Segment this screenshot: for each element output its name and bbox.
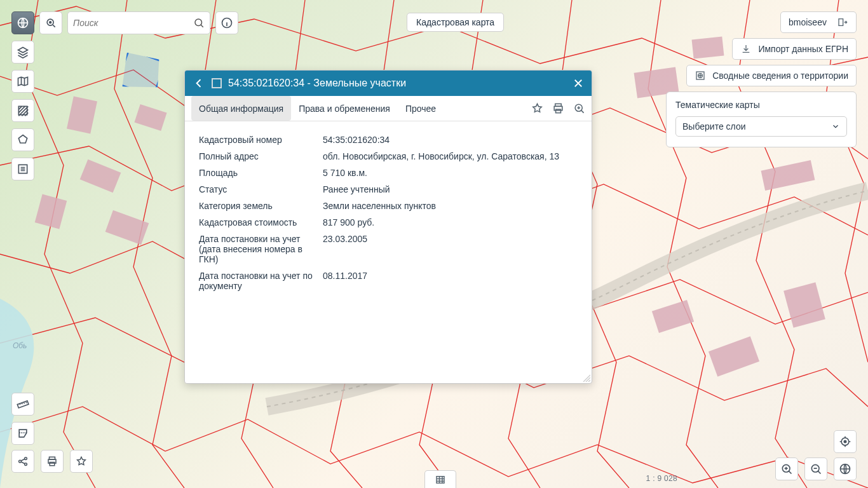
svg-rect-2 [80, 159, 121, 193]
zoom-out-icon[interactable] [804, 458, 827, 480]
field-key: Статус [196, 181, 320, 198]
svg-rect-1 [134, 104, 166, 131]
import-egrn-label: Импорт данных ЕГРН [758, 44, 848, 54]
table-row: Полный адресобл. Новосибирская, г. Новос… [196, 148, 580, 165]
svg-text:Обь: Обь [13, 341, 27, 350]
svg-point-14 [50, 22, 51, 24]
resize-handle[interactable] [581, 373, 590, 382]
svg-rect-4 [105, 210, 149, 245]
back-icon[interactable] [193, 77, 205, 90]
locate-button-wrapper [834, 430, 857, 453]
svg-rect-3 [35, 194, 67, 229]
table-row: Дата постановки на учет по документу08.1… [196, 268, 580, 294]
chevron-down-icon [831, 122, 840, 131]
svg-rect-0 [67, 97, 97, 134]
svg-rect-19 [17, 401, 29, 408]
tab-other-label: Прочее [405, 104, 436, 114]
print-icon[interactable] [41, 450, 64, 473]
object-info-popup: 54:35:021620:34 - Земельные участки Обща… [184, 70, 592, 384]
tooltip-cadastral-map: Кадастровая карта [407, 13, 504, 32]
area-measure-icon[interactable] [11, 422, 34, 445]
table-row: Кадастровый номер54:35:021620:34 [196, 132, 580, 148]
import-egrn-button[interactable]: Импорт данных ЕГРН [732, 38, 857, 60]
table-row: Площадь5 710 кв.м. [196, 165, 580, 181]
svg-rect-33 [437, 476, 444, 483]
field-key: Категория земель [196, 198, 320, 214]
field-value: 817 900 руб. [320, 214, 580, 231]
map-icon[interactable] [11, 70, 34, 93]
field-value: 54:35:021620:34 [320, 132, 580, 148]
search-input-wrapper [67, 11, 210, 34]
field-value: Ранее учтенный [320, 181, 580, 198]
search-target-icon[interactable] [39, 11, 62, 34]
list-icon[interactable] [11, 158, 34, 180]
info-table: Кадастровый номер54:35:021620:34Полный а… [196, 132, 580, 294]
hatch-icon[interactable] [11, 99, 34, 122]
ruler-icon[interactable] [11, 393, 34, 416]
field-key: Дата постановки на учет по документу [196, 268, 320, 294]
top-left-toolbar [11, 11, 238, 34]
svg-rect-8 [652, 300, 694, 333]
right-panel-stack: bmoiseev Импорт данных ЕГРН Сводные свед… [666, 11, 857, 147]
popup-tabs: Общая информация Права и обременения Про… [185, 96, 592, 121]
svg-point-35 [844, 440, 846, 442]
table-icon [435, 474, 446, 485]
search-icon[interactable] [193, 17, 205, 29]
logout-icon [837, 17, 848, 27]
share-icon[interactable] [11, 450, 34, 473]
scale-label: 1 : 9 028 [646, 474, 677, 483]
svg-point-15 [195, 19, 202, 26]
info-icon[interactable] [215, 11, 238, 34]
field-value: 08.11.2017 [320, 268, 580, 294]
bottom-table-toggle[interactable] [424, 470, 456, 488]
tab-other[interactable]: Прочее [398, 96, 444, 121]
close-icon[interactable] [573, 78, 584, 89]
tab-general-label: Общая информация [199, 104, 283, 114]
thematic-title: Тематические карты [675, 100, 847, 110]
table-row: Кадастровая стоимость817 900 руб. [196, 214, 580, 231]
field-value: Земли населенных пунктов [320, 198, 580, 214]
print-popup-icon[interactable] [552, 102, 564, 114]
zoom-to-icon[interactable] [573, 102, 585, 114]
left-tool-column [11, 41, 34, 180]
search-input[interactable] [73, 18, 189, 28]
field-key: Полный адрес [196, 148, 320, 165]
globe-icon[interactable] [11, 11, 34, 34]
field-key: Площадь [196, 165, 320, 181]
field-key: Кадастровая стоимость [196, 214, 320, 231]
tab-rights[interactable]: Права и обременения [291, 96, 398, 121]
star-icon[interactable] [70, 450, 93, 473]
thematic-select-label: Выберите слои [682, 121, 746, 132]
svg-rect-9 [709, 336, 759, 376]
svg-rect-26 [839, 19, 843, 26]
thematic-select[interactable]: Выберите слои [675, 116, 847, 137]
user-button[interactable]: bmoiseev [780, 11, 857, 33]
bottom-left-share-tools [11, 450, 93, 473]
thematic-maps-panel: Тематические карты Выберите слои [666, 92, 857, 147]
polygon-icon[interactable] [11, 128, 34, 151]
tab-general[interactable]: Общая информация [191, 96, 291, 121]
zoom-controls [775, 458, 857, 480]
field-value: обл. Новосибирская, г. Новосибирск, ул. … [320, 148, 580, 165]
table-row: СтатусРанее учтенный [196, 181, 580, 198]
table-row: Категория земельЗемли населенных пунктов [196, 198, 580, 214]
svg-rect-10 [783, 282, 825, 327]
user-name-label: bmoiseev [789, 17, 827, 27]
crosshair-icon[interactable] [834, 430, 857, 453]
download-icon [740, 44, 752, 54]
bottom-left-measure-tools [11, 393, 34, 445]
popup-body: Кадастровый номер54:35:021620:34Полный а… [185, 121, 592, 383]
zoom-in-icon[interactable] [775, 458, 798, 480]
object-type-square-icon [212, 78, 222, 88]
layers-icon[interactable] [11, 41, 34, 64]
territory-summary-icon [695, 71, 706, 81]
favorite-icon[interactable] [531, 102, 543, 114]
field-key: Дата постановки на учет (дата внесения н… [196, 231, 320, 268]
popup-title: 54:35:021620:34 - Земельные участки [228, 78, 566, 89]
popup-header: 54:35:021620:34 - Земельные участки [185, 71, 592, 96]
svg-rect-7 [761, 160, 815, 191]
table-row: Дата постановки на учет (дата внесения н… [196, 231, 580, 268]
extent-globe-icon[interactable] [834, 458, 857, 480]
territory-summary-button[interactable]: Сводные сведения о территории [686, 65, 857, 86]
popup-tab-actions [531, 102, 585, 114]
